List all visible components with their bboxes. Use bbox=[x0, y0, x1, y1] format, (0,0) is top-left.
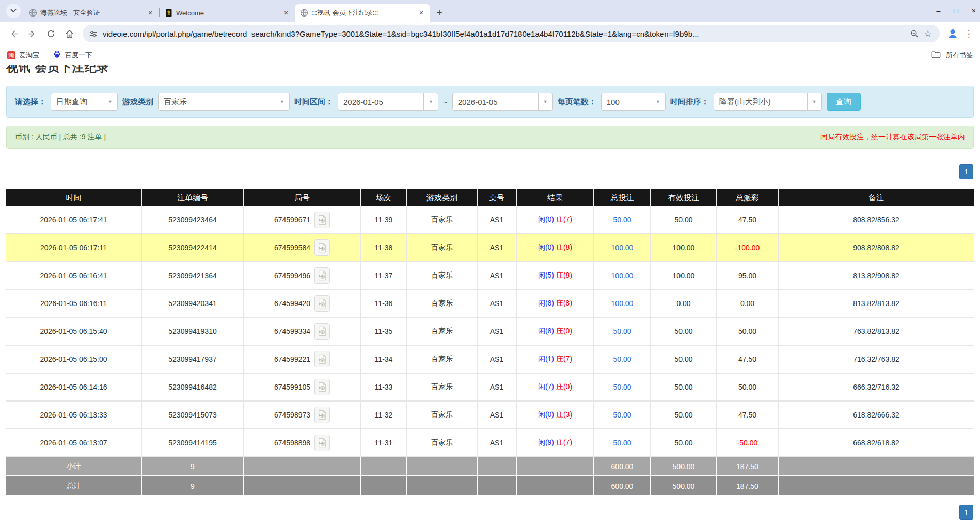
table-number: AS1 bbox=[478, 402, 517, 429]
folder-icon bbox=[931, 51, 941, 60]
select-label: 请选择： bbox=[15, 97, 46, 107]
video-replay-button[interactable] bbox=[314, 212, 330, 228]
valid-bet: 100.00 bbox=[651, 262, 717, 290]
caret-down-icon: ▼ bbox=[275, 93, 289, 110]
all-bookmarks-label[interactable]: 所有书签 bbox=[946, 51, 973, 60]
table-number: AS1 bbox=[478, 318, 517, 346]
total-valid-bet: 500.00 bbox=[651, 476, 717, 495]
query-mode-value: 日期查询 bbox=[51, 97, 103, 107]
total-bet[interactable]: 100.00 bbox=[594, 262, 651, 290]
video-replay-button[interactable] bbox=[314, 295, 330, 312]
bookmark-taobao[interactable]: 淘 爱淘宝 bbox=[7, 51, 39, 60]
game-type: 百家乐 bbox=[407, 318, 478, 346]
total-bet[interactable]: 50.00 bbox=[594, 206, 651, 234]
window-controls: – □ × bbox=[937, 0, 976, 22]
query-mode-select[interactable]: 日期查询 ▼ bbox=[51, 93, 118, 111]
maximize-icon[interactable]: □ bbox=[954, 7, 958, 15]
home-button[interactable] bbox=[61, 25, 77, 42]
bet-time: 2026-01-05 06:17:11 bbox=[6, 234, 142, 262]
total-bet[interactable]: 100.00 bbox=[594, 234, 651, 262]
valid-bet: 50.00 bbox=[651, 318, 717, 346]
table-number: AS1 bbox=[478, 234, 517, 262]
round-cell: 674599671 bbox=[244, 206, 361, 234]
close-icon[interactable]: × bbox=[972, 7, 976, 15]
video-replay-icon bbox=[318, 438, 327, 448]
table-row: 2026-01-05 06:13:07 523099414195 6745988… bbox=[6, 429, 974, 457]
table-row: 2026-01-05 06:16:41 523099421364 6745994… bbox=[6, 262, 974, 290]
result-player: 闲(9) bbox=[538, 438, 554, 446]
date-from-select[interactable]: 2026-01-05 ▼ bbox=[338, 93, 438, 111]
page-1-button[interactable]: 1 bbox=[959, 164, 973, 179]
round-id: 674598898 bbox=[274, 439, 310, 447]
round-cell: 674599420 bbox=[244, 290, 361, 318]
date-to-select[interactable]: 2026-01-05 ▼ bbox=[452, 93, 553, 111]
bookmark-label: 百度一下 bbox=[65, 51, 92, 60]
home-icon bbox=[65, 29, 74, 39]
pagination-top: 1 bbox=[7, 164, 973, 179]
subtotal-payout: 187.50 bbox=[717, 457, 779, 476]
round-cell: 674598898 bbox=[244, 429, 361, 457]
bet-time: 2026-01-05 06:17:41 bbox=[6, 206, 142, 234]
minimize-icon[interactable]: – bbox=[937, 7, 941, 15]
sort-select[interactable]: 降幂(由大到小) ▼ bbox=[714, 93, 822, 111]
session: 11-36 bbox=[361, 290, 407, 318]
tab-search-button[interactable] bbox=[6, 4, 21, 18]
video-replay-button[interactable] bbox=[314, 323, 330, 340]
remark: 668.82/618.82 bbox=[779, 429, 974, 457]
result-cell: 闲(8) 庄(8) bbox=[517, 290, 594, 318]
tab-title: 海燕论坛 - 安全验证 bbox=[40, 8, 143, 18]
baidu-paw-icon bbox=[53, 50, 61, 60]
profile-avatar[interactable] bbox=[945, 26, 960, 41]
reload-button[interactable] bbox=[42, 25, 59, 42]
tab-betrecord-active[interactable]: :::视讯 会员下注纪录::: × bbox=[295, 4, 430, 22]
valid-bet: 50.00 bbox=[651, 429, 717, 457]
column-header: 总投注 bbox=[594, 189, 651, 206]
pagination-bottom: 1 bbox=[7, 505, 973, 520]
video-replay-button[interactable] bbox=[314, 435, 330, 451]
total-bet[interactable]: 50.00 bbox=[594, 318, 651, 346]
page-1-button[interactable]: 1 bbox=[959, 505, 973, 520]
video-replay-button[interactable] bbox=[314, 267, 330, 284]
tab-close-icon[interactable]: × bbox=[146, 8, 155, 18]
total-bet[interactable]: 50.00 bbox=[594, 346, 651, 374]
video-replay-button[interactable] bbox=[314, 351, 330, 367]
total-bet[interactable]: 50.00 bbox=[594, 374, 651, 402]
query-button[interactable]: 查询 bbox=[827, 93, 861, 111]
total-bet[interactable]: 100.00 bbox=[594, 290, 651, 318]
game-type: 百家乐 bbox=[407, 206, 478, 234]
game-type-select[interactable]: 百家乐 ▼ bbox=[158, 93, 290, 111]
round-cell: 674598973 bbox=[244, 402, 361, 429]
url-text[interactable]: videoie.com/ipl/portal.php/game/betrecor… bbox=[103, 29, 908, 38]
table-row: 2026-01-05 06:15:00 523099417937 6745992… bbox=[6, 346, 974, 374]
back-button[interactable] bbox=[5, 25, 22, 42]
video-replay-icon bbox=[318, 354, 327, 364]
column-header: 结果 bbox=[517, 189, 594, 206]
bookmark-baidu[interactable]: 百度一下 bbox=[53, 50, 92, 60]
tab-haiyan[interactable]: 海燕论坛 - 安全验证 × bbox=[24, 4, 159, 22]
video-replay-button[interactable] bbox=[314, 239, 330, 256]
bet-time: 2026-01-05 06:13:07 bbox=[6, 429, 142, 457]
table-row: 2026-01-05 06:15:40 523099419310 6745993… bbox=[6, 318, 974, 346]
browser-menu-button[interactable]: ⋮ bbox=[962, 26, 975, 41]
bookmark-star-icon[interactable]: ☆ bbox=[921, 27, 935, 40]
address-bar[interactable]: videoie.com/ipl/portal.php/game/betrecor… bbox=[83, 25, 940, 42]
site-info-icon[interactable] bbox=[89, 29, 98, 38]
tab-title: Welcome bbox=[176, 9, 278, 17]
round-cell: 674599221 bbox=[244, 346, 361, 374]
per-page-select[interactable]: 100 ▼ bbox=[601, 93, 666, 111]
caret-down-icon: ▼ bbox=[538, 93, 552, 110]
new-tab-button[interactable]: + bbox=[432, 6, 447, 20]
total-bet[interactable]: 50.00 bbox=[594, 429, 651, 457]
chevron-down-icon bbox=[10, 8, 17, 14]
video-replay-button[interactable] bbox=[314, 407, 330, 423]
tab-close-icon[interactable]: × bbox=[417, 8, 426, 18]
round-id: 674599334 bbox=[274, 327, 310, 335]
tab-welcome[interactable]: Welcome × bbox=[160, 4, 295, 22]
per-page-value: 100 bbox=[602, 98, 651, 106]
tab-close-icon[interactable]: × bbox=[281, 8, 291, 18]
result-player: 闲(0) bbox=[538, 215, 554, 223]
video-replay-button[interactable] bbox=[314, 379, 330, 395]
zoom-icon[interactable] bbox=[908, 27, 921, 40]
forward-button[interactable] bbox=[24, 25, 40, 42]
total-bet[interactable]: 50.00 bbox=[594, 402, 651, 429]
